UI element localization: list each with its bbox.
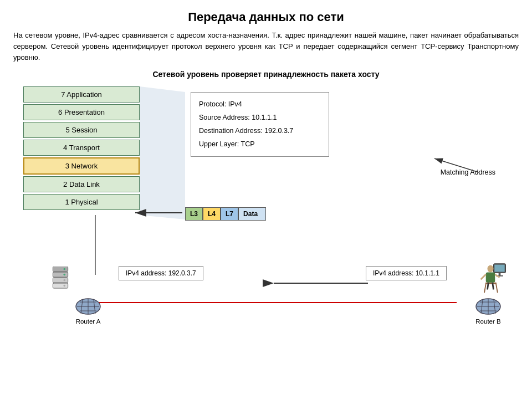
server-node [49, 267, 71, 294]
svg-rect-12 [53, 278, 68, 283]
svg-point-17 [63, 285, 65, 287]
svg-line-43 [488, 283, 489, 290]
router-a-icon [74, 297, 102, 316]
upper-value: TCP [241, 140, 255, 148]
osi-stack: 7 Application 6 Presentation 5 Session 4… [23, 86, 140, 212]
protocol-label: Protocol: [199, 100, 228, 108]
osi-layer-2: 2 Data Link [23, 176, 140, 192]
source-row: Source Address: 10.1.1.1 [199, 111, 321, 125]
segment-l7: L7 [221, 207, 238, 221]
diagram-area: 7 Application 6 Presentation 5 Session 4… [13, 86, 519, 325]
subtitle-text: Сетевой уровень проверяет принадлежность… [13, 70, 519, 79]
ipv4-box-right: IPv4 address: 10.1.1.1 [366, 266, 447, 280]
osi-layer-5: 5 Session [23, 122, 140, 138]
router-b-icon [474, 297, 502, 316]
svg-line-44 [493, 283, 494, 290]
person-node [478, 261, 509, 294]
router-a-label: Router A [76, 318, 101, 325]
server-icon [49, 267, 71, 294]
osi-layer-3: 3 Network [23, 157, 140, 175]
packet-info-box: Protocol: IPv4 Source Address: 10.1.1.1 … [191, 92, 329, 157]
page-title: Передача данных по сети [13, 10, 519, 24]
bottom-area: IPv4 address: 192.0.3.7 IPv4 address: 10… [13, 247, 519, 325]
packet-segments: L3 L4 L7 Data [185, 207, 266, 221]
matching-address-label: Matching Address [441, 168, 495, 176]
svg-point-15 [63, 274, 65, 276]
svg-rect-36 [485, 283, 497, 284]
svg-line-38 [496, 284, 498, 293]
osi-layer-7: 7 Application [23, 86, 140, 103]
osi-layer-1: 1 Physical [23, 194, 140, 210]
svg-rect-40 [486, 273, 495, 283]
svg-point-16 [63, 279, 65, 282]
svg-point-14 [63, 268, 65, 270]
router-b-label: Router B [475, 318, 500, 325]
segment-l4: L4 [203, 207, 221, 221]
intro-text: На сетевом уровне, IPv4-адрес сравнивает… [13, 30, 519, 63]
osi-layer-6: 6 Presentation [23, 104, 140, 120]
ipv4-box-left: IPv4 address: 192.0.3.7 [119, 266, 203, 280]
person-icon [478, 261, 509, 294]
svg-marker-0 [140, 86, 185, 219]
dest-label: Destination Address: [199, 127, 264, 135]
svg-line-37 [484, 284, 486, 293]
source-label: Source Address: [199, 114, 252, 121]
osi-layer-4: 4 Transport [23, 140, 140, 156]
source-value: 10.1.1.1 [252, 114, 277, 121]
svg-rect-11 [53, 272, 68, 277]
svg-point-39 [488, 265, 494, 273]
svg-rect-33 [494, 265, 504, 272]
dest-value: 192.0.3.7 [264, 127, 293, 135]
segment-l3: L3 [185, 207, 203, 221]
segment-data: Data [238, 207, 266, 221]
upper-label: Upper Layer: [199, 140, 241, 148]
svg-rect-34 [499, 273, 501, 276]
svg-line-41 [481, 274, 486, 279]
dest-row: Destination Address: 192.0.3.7 [199, 125, 321, 138]
router-a: Router A [74, 297, 102, 325]
router-b: Router B [474, 297, 502, 325]
protocol-row: Protocol: IPv4 [199, 98, 321, 111]
svg-rect-13 [53, 283, 68, 288]
protocol-value: IPv4 [228, 100, 242, 108]
svg-rect-10 [53, 267, 68, 272]
upper-row: Upper Layer: TCP [199, 138, 321, 151]
